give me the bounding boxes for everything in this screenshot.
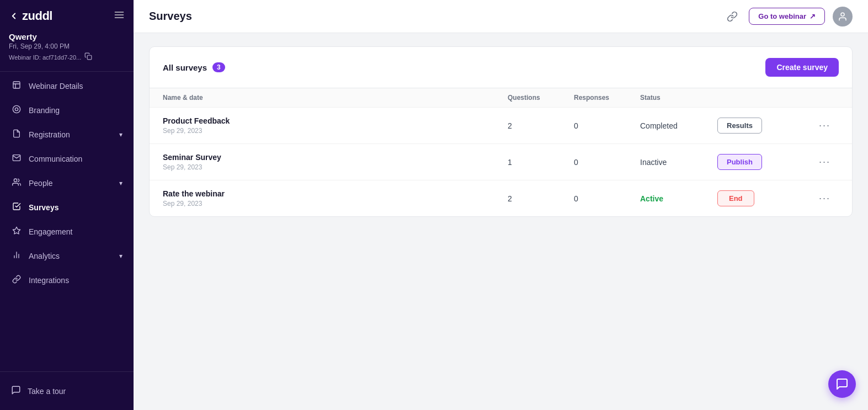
table-header: Name & date Questions Responses Status [150,88,852,108]
copy-id-icon[interactable] [84,52,92,62]
analytics-icon [11,251,22,262]
sidebar-top: zuddl [0,0,134,30]
integrations-icon [11,275,22,286]
logo-back-button[interactable]: zuddl [9,9,52,23]
all-surveys-text: All surveys [163,63,207,72]
surveys-card: All surveys 3 Create survey Name & date … [149,46,853,217]
col-header-action [717,94,817,102]
svg-point-14 [841,13,844,16]
content-area: All surveys 3 Create survey Name & date … [134,33,868,410]
sidebar-item-communication[interactable]: Communication [0,147,134,171]
survey-action-cell-0: Results [717,118,817,134]
sidebar-label-registration: Registration [29,130,70,139]
chat-support-button[interactable] [828,370,856,398]
survey-action-btn-1[interactable]: Publish [717,154,762,170]
sidebar-label-engagement: Engagement [29,227,72,236]
webinar-id: Webinar ID: acf71dd7-20... [9,54,81,61]
sidebar-label-webinar-details: Webinar Details [29,82,83,90]
sidebar-item-surveys[interactable]: Surveys [0,195,134,220]
link-copy-button[interactable] [723,8,741,25]
webinar-datetime: Fri, Sep 29, 4:00 PM [9,42,125,50]
survey-status-0: Completed [640,121,717,130]
sidebar: zuddl Qwerty Fri, Sep 29, 4:00 PM Webina… [0,0,134,410]
sidebar-item-branding[interactable]: Branding [0,98,134,123]
survey-action-cell-1: Publish [717,154,817,170]
nav-divider [0,71,134,72]
back-arrow-icon [9,11,19,21]
sidebar-item-engagement[interactable]: Engagement [0,220,134,244]
webinar-id-row: Webinar ID: acf71dd7-20... [9,52,125,62]
survey-action-btn-2[interactable]: End [717,190,754,206]
link-icon [727,11,738,22]
menu-icon [114,9,125,20]
people-icon [11,178,22,189]
sidebar-label-communication: Communication [29,155,82,163]
survey-more-btn-0[interactable]: ··· [817,119,833,132]
survey-name-2: Rate the webinar [163,189,508,198]
sidebar-label-people: People [29,179,53,188]
create-survey-button[interactable]: Create survey [765,58,839,77]
survey-name-1: Seminar Survey [163,153,508,162]
table-row: Rate the webinar Sep 29, 2023 2 0 Active… [150,180,852,216]
page-header: Surveys Go to webinar ↗ [134,0,868,33]
col-header-questions: Questions [508,94,574,102]
survey-more-cell-1: ··· [817,155,839,169]
survey-status-2: Active [640,194,717,203]
user-icon [838,12,848,22]
col-header-name: Name & date [163,94,508,102]
sidebar-item-webinar-details[interactable]: Webinar Details [0,74,134,98]
sidebar-label-surveys: Surveys [29,203,58,212]
surveys-icon [11,202,22,213]
col-header-status: Status [640,94,717,102]
webinar-name: Qwerty [9,32,125,41]
sidebar-item-analytics[interactable]: Analytics ▾ [0,244,134,268]
surveys-table: Product Feedback Sep 29, 2023 2 0 Comple… [150,108,852,216]
svg-point-8 [15,108,18,110]
survey-name-cell-0: Product Feedback Sep 29, 2023 [163,116,508,135]
survey-date-2: Sep 29, 2023 [163,200,508,207]
survey-name-cell-1: Seminar Survey Sep 29, 2023 [163,153,508,171]
surveys-card-header: All surveys 3 Create survey [150,47,852,88]
chat-icon [835,377,849,391]
col-header-more [817,94,839,102]
svg-marker-10 [13,227,20,234]
go-to-webinar-button[interactable]: Go to webinar ↗ [749,8,825,25]
communication-icon [11,153,22,164]
engagement-icon [11,226,22,237]
svg-rect-4 [13,82,20,88]
chevron-people-icon: ▾ [119,179,123,187]
sidebar-item-people[interactable]: People ▾ [0,171,134,195]
survey-more-btn-2[interactable]: ··· [817,191,833,205]
sidebar-item-registration[interactable]: Registration ▾ [0,123,134,147]
page-title: Surveys [149,10,192,23]
survey-action-btn-0[interactable]: Results [717,118,762,134]
survey-questions-0: 2 [508,121,574,130]
table-row: Seminar Survey Sep 29, 2023 1 0 Inactive… [150,144,852,180]
sidebar-item-integrations[interactable]: Integrations [0,268,134,292]
main-content: Surveys Go to webinar ↗ [134,0,868,410]
user-avatar[interactable] [833,7,853,26]
table-row: Product Feedback Sep 29, 2023 2 0 Comple… [150,108,852,144]
external-link-icon: ↗ [810,12,816,20]
survey-more-btn-1[interactable]: ··· [817,155,833,169]
sidebar-label-analytics: Analytics [29,252,60,260]
svg-rect-3 [88,55,92,60]
survey-questions-2: 2 [508,194,574,203]
survey-more-cell-2: ··· [817,191,839,205]
registration-icon [11,129,22,140]
survey-responses-1: 0 [574,158,640,167]
take-tour-label: Take a tour [28,387,66,396]
go-to-webinar-label: Go to webinar [758,12,806,20]
branding-icon [11,105,22,116]
header-actions: Go to webinar ↗ [723,7,853,26]
sidebar-label-integrations: Integrations [29,276,69,285]
sidebar-nav: Webinar Details Branding Registration ▾ … [0,74,134,292]
take-tour-button[interactable]: Take a tour [0,379,134,403]
hamburger-menu[interactable] [114,9,125,23]
survey-responses-0: 0 [574,121,640,130]
all-surveys-label: All surveys 3 [163,62,225,72]
survey-action-cell-2: End [717,190,817,206]
survey-date-0: Sep 29, 2023 [163,127,508,135]
survey-status-1: Inactive [640,158,717,167]
chevron-registration-icon: ▾ [119,131,123,139]
